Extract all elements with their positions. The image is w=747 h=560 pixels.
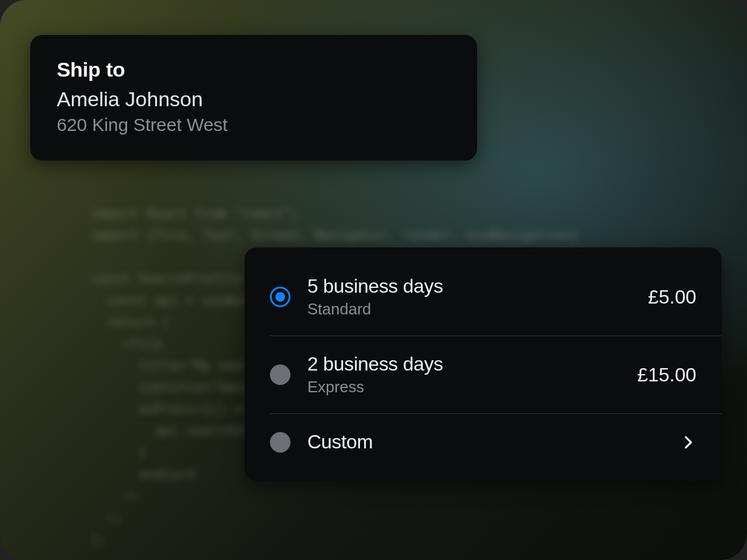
radio-unselected-icon[interactable] bbox=[270, 364, 290, 385]
shipping-option-title: 5 business days bbox=[307, 275, 631, 298]
radio-unselected-icon[interactable] bbox=[270, 432, 290, 453]
shipto-card[interactable]: Ship to Amelia Johnson 620 King Street W… bbox=[30, 35, 477, 161]
stage: import React from "react"; import {Tile,… bbox=[0, 0, 747, 560]
shipping-option-subtitle: Standard bbox=[307, 300, 631, 319]
shipto-title: Ship to bbox=[57, 58, 450, 81]
shipto-address: 620 King Street West bbox=[57, 115, 450, 135]
shipping-option-custom[interactable]: Custom bbox=[245, 414, 722, 470]
shipping-option-standard[interactable]: 5 business days Standard £5.00 bbox=[245, 258, 722, 336]
shipto-name: Amelia Johnson bbox=[57, 88, 450, 111]
shipping-option-price: £5.00 bbox=[648, 286, 696, 308]
chevron-right-icon bbox=[681, 434, 696, 450]
shipping-option-text: 2 business days Express bbox=[307, 353, 620, 396]
shipping-option-express[interactable]: 2 business days Express £15.00 bbox=[245, 336, 722, 413]
shipping-option-title: 2 business days bbox=[307, 353, 620, 375]
shipping-option-text: Custom bbox=[307, 431, 664, 453]
shipping-option-price: £15.00 bbox=[637, 364, 696, 386]
shipping-option-text: 5 business days Standard bbox=[307, 275, 631, 319]
shipping-options-card: 5 business days Standard £5.00 2 busines… bbox=[245, 247, 722, 481]
radio-selected-icon[interactable] bbox=[270, 287, 290, 307]
shipping-option-title: Custom bbox=[307, 431, 664, 453]
shipping-option-subtitle: Express bbox=[307, 378, 620, 396]
